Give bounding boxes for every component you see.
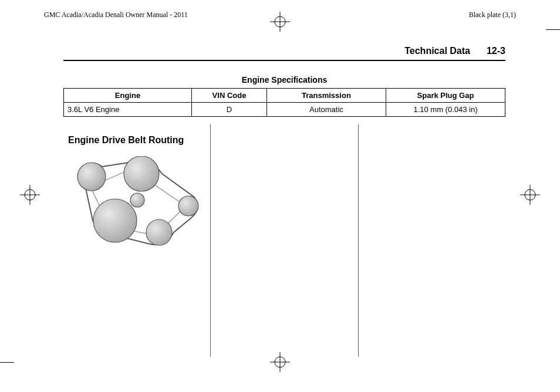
column-2: [210, 124, 357, 357]
cell-trans: Automatic: [266, 103, 386, 117]
col-header-trans: Transmission: [266, 89, 386, 103]
belt-routing-heading: Engine Drive Belt Routing: [68, 135, 205, 146]
table-title: Engine Specifications: [63, 75, 505, 85]
engine-spec-table-wrap: Engine Specifications Engine VIN Code Tr…: [63, 75, 505, 117]
registration-mark-icon: [520, 185, 540, 207]
cell-engine: 3.6L V6 Engine: [64, 103, 192, 117]
col-header-engine: Engine: [64, 89, 192, 103]
svg-point-12: [77, 163, 106, 191]
table-row: 3.6L V6 Engine D Automatic 1.10 mm (0.04…: [64, 103, 505, 117]
crop-tick-icon: [0, 362, 14, 363]
svg-point-17: [130, 193, 144, 207]
cell-vin: D: [192, 103, 267, 117]
column-3: [358, 124, 505, 357]
plate-label: Black plate (3,1): [469, 11, 516, 19]
section-title: Technical Data: [404, 46, 470, 56]
cell-spark: 1.10 mm (0.043 in): [386, 103, 505, 117]
registration-mark-icon: [20, 185, 40, 207]
table-header-row: Engine VIN Code Transmission Spark Plug …: [64, 89, 505, 103]
engine-spec-table: Engine VIN Code Transmission Spark Plug …: [63, 88, 505, 117]
body-columns: Engine Drive Belt Routing: [63, 124, 505, 357]
column-1: Engine Drive Belt Routing: [63, 124, 210, 357]
manual-title: GMC Acadia/Acadia Denali Owner Manual - …: [44, 11, 188, 19]
registration-mark-icon: [270, 12, 290, 34]
col-header-spark: Spark Plug Gap: [386, 89, 505, 103]
svg-point-13: [124, 156, 159, 191]
svg-point-15: [146, 219, 172, 245]
page-number: 12-3: [487, 46, 505, 56]
col-header-vin: VIN Code: [192, 89, 267, 103]
svg-point-14: [178, 196, 198, 216]
section-header: Technical Data 12-3: [63, 46, 505, 61]
belt-routing-diagram-icon: [68, 156, 205, 258]
crop-tick-icon: [546, 29, 560, 30]
svg-point-16: [93, 199, 137, 242]
